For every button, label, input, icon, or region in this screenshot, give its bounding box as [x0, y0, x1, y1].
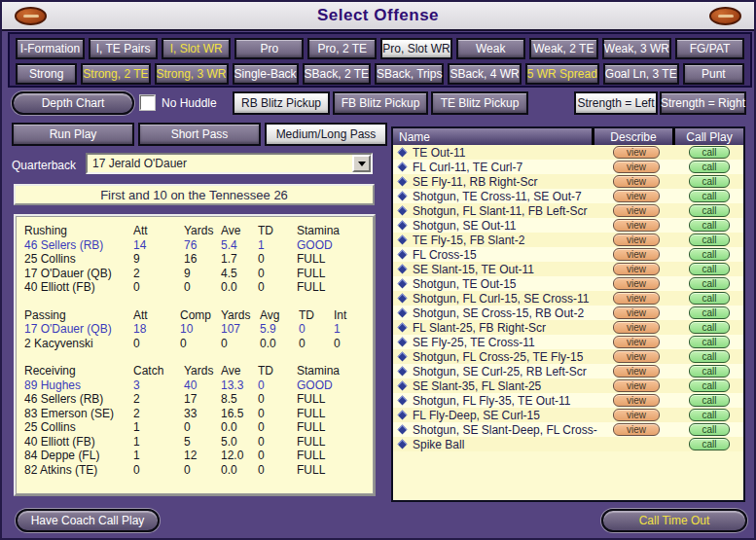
call-button[interactable]: call: [689, 234, 730, 246]
call-button[interactable]: call: [689, 379, 730, 392]
formation-weak-3-wr[interactable]: Weak, 3 WR: [602, 38, 671, 59]
formation-fg-pat[interactable]: FG/PAT: [675, 38, 744, 59]
call-button[interactable]: call: [689, 365, 730, 378]
view-button[interactable]: view: [613, 190, 660, 202]
view-button[interactable]: view: [613, 292, 660, 305]
call-button[interactable]: call: [689, 438, 730, 450]
view-button[interactable]: view: [613, 234, 660, 246]
view-button[interactable]: view: [613, 204, 660, 217]
view-button[interactable]: view: [613, 219, 660, 232]
formation-sback-4-wr[interactable]: SBack, 4 WR: [448, 63, 521, 85]
call-button[interactable]: call: [689, 277, 730, 290]
view-button[interactable]: view: [613, 146, 660, 159]
call-button[interactable]: call: [689, 292, 730, 305]
tab-short-pass[interactable]: Short Pass: [138, 123, 261, 146]
formation-5-wr-spread[interactable]: 5 WR Spread: [525, 63, 599, 85]
call-play-cell: call: [675, 423, 743, 436]
tab-medium-long-pass[interactable]: Medium/Long Pass: [265, 123, 387, 146]
quarterback-dropdown[interactable]: 17 Jerald O'Dauer: [86, 153, 373, 174]
formation-weak-2-te[interactable]: Weak, 2 TE: [529, 38, 598, 59]
select-offense-window: Select Offense I-FormationI, TE PairsI, …: [0, 0, 756, 540]
formation-i-formation[interactable]: I-Formation: [16, 38, 85, 59]
call-time-out-button[interactable]: Call Time Out: [601, 509, 747, 532]
formation-i-te-pairs[interactable]: I, TE Pairs: [89, 38, 158, 59]
stats-header-cell: Avg: [260, 308, 299, 323]
stats-cell: 0: [258, 435, 297, 450]
have-coach-call-play-button[interactable]: Have Coach Call Play: [16, 509, 160, 532]
depth-chart-button[interactable]: Depth Chart: [12, 91, 134, 115]
formation-goal-ln-3-te[interactable]: Goal Ln, 3 TE: [603, 63, 679, 85]
formation-pro-slot-wr[interactable]: Pro, Slot WR: [380, 38, 451, 59]
formation-sback-2-te[interactable]: SBack, 2 TE: [303, 63, 371, 85]
stats-cell: 1.7: [221, 252, 258, 267]
call-button[interactable]: call: [689, 350, 730, 363]
stats-cell: 46 Sellers (RB): [24, 392, 133, 407]
formation-punt[interactable]: Punt: [683, 63, 744, 85]
call-button[interactable]: call: [689, 175, 730, 188]
button-te-blitz-pickup[interactable]: TE Blitz Pickup: [431, 91, 528, 115]
view-button[interactable]: view: [613, 248, 660, 261]
view-button[interactable]: view: [613, 161, 660, 173]
call-button[interactable]: call: [689, 423, 730, 436]
play-name-cell: Shotgun, SE Out-11: [393, 219, 597, 233]
stats-row-40-elliott-fb: 40 Elliott (FB)155.00FULL: [24, 435, 374, 450]
stats-cell: 0: [258, 420, 297, 435]
call-button[interactable]: call: [689, 146, 730, 159]
formation-i-slot-wr[interactable]: I, Slot WR: [162, 38, 231, 59]
quarterback-label: Quarterback: [12, 159, 76, 172]
button-fb-blitz-pickup[interactable]: FB Blitz Pickup: [333, 91, 428, 115]
play-bullet-icon: [398, 250, 408, 260]
button-rb-blitz-pickup[interactable]: RB Blitz Pickup: [233, 91, 330, 115]
tab-run-play[interactable]: Run Play: [12, 123, 134, 146]
no-huddle-checkbox[interactable]: [140, 95, 155, 110]
view-button[interactable]: view: [613, 336, 660, 348]
stats-header-cell: Ave: [221, 364, 258, 378]
formation-row-1: I-FormationI, TE PairsI, Slot WRProPro, …: [16, 38, 744, 59]
call-button[interactable]: call: [689, 409, 730, 421]
stats-header-cell: Yards: [184, 224, 221, 238]
view-button[interactable]: view: [613, 365, 660, 378]
call-button[interactable]: call: [689, 204, 730, 217]
formation-single-back[interactable]: Single-Back: [233, 63, 299, 85]
formation-weak[interactable]: Weak: [456, 38, 525, 59]
formation-strong[interactable]: Strong: [16, 63, 77, 85]
view-button[interactable]: view: [613, 306, 660, 319]
view-button[interactable]: view: [613, 263, 660, 275]
view-button[interactable]: view: [613, 350, 660, 363]
stats-cell: 2: [133, 407, 184, 421]
call-button[interactable]: call: [689, 161, 730, 173]
stats-cell: 5.4: [221, 238, 258, 253]
play-bullet-icon: [398, 192, 408, 201]
call-button[interactable]: call: [689, 394, 730, 407]
formation-pro[interactable]: Pro: [234, 38, 304, 59]
column-header-call-play: Call Play: [675, 128, 743, 145]
view-button[interactable]: view: [613, 379, 660, 392]
formation-pro-2-te[interactable]: Pro, 2 TE: [307, 38, 377, 59]
call-button[interactable]: call: [689, 190, 730, 202]
formation-sback-trips[interactable]: SBack, Trips: [375, 63, 444, 85]
call-button[interactable]: call: [689, 321, 730, 334]
call-play-cell: call: [675, 146, 743, 159]
view-button[interactable]: view: [613, 175, 660, 188]
stats-header-cell: TD: [258, 224, 297, 238]
formation-strong-2-te[interactable]: Strong, 2 TE: [81, 63, 150, 85]
stats-cell: 0: [184, 463, 221, 478]
call-button[interactable]: call: [689, 263, 730, 275]
view-button[interactable]: view: [613, 409, 660, 421]
play-name: FL Cross-15: [413, 248, 477, 262]
button-strength-right[interactable]: Strength = Right: [660, 91, 746, 115]
call-button[interactable]: call: [689, 248, 730, 261]
play-bullet-icon: [398, 148, 408, 158]
button-strength-left[interactable]: Strength = Left: [574, 91, 658, 115]
call-button[interactable]: call: [689, 306, 730, 319]
view-button[interactable]: view: [613, 423, 660, 436]
view-button[interactable]: view: [613, 321, 660, 334]
view-button[interactable]: view: [613, 277, 660, 290]
play-row-spike-ball: Spike Ballcall: [393, 437, 743, 451]
play-bullet-icon: [398, 367, 408, 377]
view-button[interactable]: view: [613, 394, 660, 407]
dropdown-arrow-button[interactable]: [352, 155, 371, 172]
formation-strong-3-wr[interactable]: Strong, 3 WR: [155, 63, 229, 85]
call-button[interactable]: call: [689, 336, 730, 348]
call-button[interactable]: call: [689, 219, 730, 232]
